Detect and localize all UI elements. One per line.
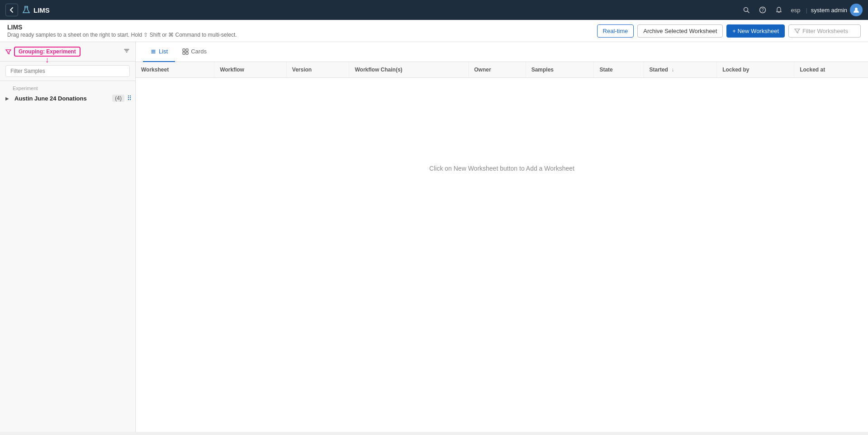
list-icon <box>150 48 157 55</box>
content-tabs: List Cards <box>136 42 868 62</box>
experiment-group-label: Experiment <box>0 83 135 92</box>
top-nav: LIMS ? esp | system admin <box>0 0 868 20</box>
app-logo: LIMS <box>22 5 50 14</box>
tab-cards[interactable]: Cards <box>175 42 214 62</box>
archive-button[interactable]: Archive Selected Worksheet <box>637 24 723 38</box>
new-worksheet-button[interactable]: + New Worksheet <box>726 24 785 38</box>
logo-icon <box>22 5 31 14</box>
empty-state-message: Click on New Worksheet button to Add a W… <box>136 78 868 259</box>
user-avatar <box>850 4 863 16</box>
experiment-name: Austin June 24 Donations <box>14 95 109 102</box>
sidebar: Grouping: Experiment ↓ Experiment ▶ Aust… <box>0 42 136 432</box>
sub-header-left: LIMS Drag ready samples to a sheet on th… <box>7 24 237 38</box>
th-workflow-chains[interactable]: Workflow Chain(s) <box>349 62 469 78</box>
user-menu[interactable]: system admin <box>811 4 863 16</box>
cards-icon <box>182 48 189 55</box>
svg-rect-12 <box>183 52 185 54</box>
sidebar-grouping: Grouping: Experiment ↓ <box>0 42 135 62</box>
notifications-icon-btn[interactable] <box>773 4 785 16</box>
search-icon-btn[interactable] <box>740 4 753 16</box>
table-header-row: Worksheet Workflow Version Workflow Chai… <box>136 62 868 78</box>
grouping-tag[interactable]: Grouping: Experiment ↓ <box>14 47 81 57</box>
tab-list-label: List <box>159 48 168 55</box>
th-started[interactable]: Started ↓ <box>644 62 717 78</box>
svg-rect-13 <box>186 52 188 54</box>
th-samples[interactable]: Samples <box>526 62 594 78</box>
grouping-label: Grouping: Experiment ↓ <box>5 47 81 57</box>
realtime-button[interactable]: Real-time <box>597 24 634 38</box>
sort-desc-icon: ↓ <box>671 67 674 73</box>
th-locked-at[interactable]: Locked at <box>794 62 868 78</box>
grouping-arrow: ↓ <box>45 56 49 64</box>
svg-line-2 <box>748 11 749 13</box>
tab-list[interactable]: List <box>143 42 175 62</box>
sub-header: LIMS Drag ready samples to a sheet on th… <box>0 20 868 42</box>
header-actions: Real-time Archive Selected Worksheet + N… <box>597 24 861 38</box>
sidebar-items: Experiment ▶ Austin June 24 Donations (4… <box>0 81 135 432</box>
th-state[interactable]: State <box>594 62 644 78</box>
help-icon-btn[interactable]: ? <box>756 4 769 16</box>
th-locked-by[interactable]: Locked by <box>717 62 794 78</box>
th-version[interactable]: Version <box>286 62 349 78</box>
th-worksheet[interactable]: Worksheet <box>136 62 214 78</box>
experiment-group: Experiment ▶ Austin June 24 Donations (4… <box>0 81 135 106</box>
sidebar-filter <box>0 62 135 81</box>
user-name: system admin <box>811 7 847 14</box>
language-selector[interactable]: esp <box>789 7 802 14</box>
main-layout: Grouping: Experiment ↓ Experiment ▶ Aust… <box>0 42 868 432</box>
grouping-tag-label: Grouping: Experiment <box>19 48 76 55</box>
experiment-count: (4) <box>112 95 124 102</box>
svg-rect-11 <box>186 49 188 51</box>
worksheets-table: Worksheet Workflow Version Workflow Chai… <box>136 62 868 78</box>
page-title: LIMS <box>7 24 237 31</box>
filter-placeholder: Filter Worksheets <box>802 28 848 34</box>
th-workflow[interactable]: Workflow <box>214 62 287 78</box>
app-title: LIMS <box>33 6 50 14</box>
content-area: List Cards Worksheet Workflow <box>136 42 868 432</box>
chevron-right-icon: ▶ <box>5 96 12 101</box>
tab-cards-label: Cards <box>191 48 207 55</box>
filter-sidebar-icon <box>5 49 11 55</box>
th-owner[interactable]: Owner <box>469 62 526 78</box>
svg-text:?: ? <box>762 8 764 13</box>
table-container: Worksheet Workflow Version Workflow Chai… <box>136 62 868 432</box>
svg-rect-10 <box>183 49 185 51</box>
th-started-label: Started <box>650 67 668 73</box>
filter-samples-input[interactable] <box>5 65 130 77</box>
back-button[interactable] <box>5 4 18 16</box>
filter-icon <box>794 28 800 34</box>
experiment-row[interactable]: ▶ Austin June 24 Donations (4) ⠿ <box>0 92 135 105</box>
grid-icon[interactable]: ⠿ <box>127 95 132 102</box>
page-description: Drag ready samples to a sheet on the rig… <box>7 32 237 38</box>
sort-icon <box>123 48 130 54</box>
filter-worksheets-input[interactable]: Filter Worksheets <box>788 24 861 38</box>
sidebar-sort-button[interactable] <box>123 48 130 56</box>
